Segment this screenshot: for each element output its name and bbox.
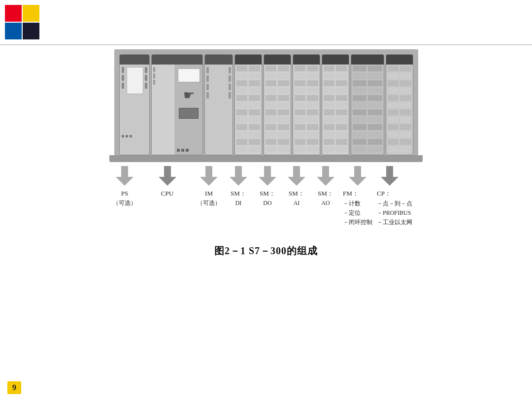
- sm-ao-arrow-container: [312, 166, 339, 186]
- svg-rect-6: [235, 166, 242, 177]
- sm-do-stripes: [266, 66, 289, 152]
- sm-ai-label: SM： AI: [283, 189, 310, 207]
- ps-right-indicators: [145, 67, 147, 89]
- svg-rect-8: [264, 166, 271, 177]
- svg-rect-14: [354, 166, 361, 177]
- ps-white-box: [127, 67, 143, 94]
- fm-arrow: [349, 166, 366, 186]
- arrows-row: [109, 166, 423, 186]
- cpu-arrow: [159, 166, 176, 186]
- divider-line: [0, 44, 532, 45]
- fm-label: FM： －计数 －定位 －闭环控制: [341, 189, 374, 227]
- logo-squares: [5, 5, 39, 39]
- svg-marker-11: [288, 177, 305, 186]
- cpu-label: CPU: [141, 189, 193, 199]
- im-label-sub: （可选）: [195, 199, 223, 207]
- sm-di-label-sub: DI: [225, 199, 252, 207]
- im-module: [204, 54, 233, 155]
- sm-di-label-main: SM：: [225, 189, 252, 199]
- cp-arrow-container: [376, 166, 403, 186]
- fm-label-main: FM：: [343, 189, 374, 199]
- sm-ai-label-sub: AI: [283, 199, 310, 207]
- sm-do-arrow-container: [254, 166, 281, 186]
- figure-caption: 图2－1 S7－300的组成: [214, 244, 318, 258]
- ps-module: [119, 54, 150, 155]
- fm-arrow-container: [341, 166, 374, 186]
- cpu-top-bar: [152, 55, 202, 65]
- ps-arrow: [116, 166, 133, 186]
- labels-row: PS （可选） CPU IM （可选） SM： DI SM： DO: [109, 189, 423, 227]
- svg-marker-13: [317, 177, 334, 186]
- sm-di-arrow-container: [225, 166, 252, 186]
- cpu-left-panel: [152, 65, 175, 155]
- svg-marker-3: [159, 177, 176, 186]
- sm-ai-stripes: [295, 66, 318, 152]
- fm-label-sub1: －计数: [343, 199, 374, 208]
- ps-label-main: PS: [109, 189, 140, 199]
- fm-label-sub3: －闭环控制: [343, 218, 374, 227]
- svg-marker-15: [349, 177, 366, 186]
- sm-ai-label-main: SM：: [283, 189, 310, 199]
- fm-label-sub2: －定位: [343, 208, 374, 218]
- cpu-bottom-indicators: [177, 149, 189, 152]
- logo-red: [5, 5, 22, 22]
- cp-top: [386, 55, 413, 65]
- cpu-right-panel: ☛: [175, 65, 202, 155]
- ps-arrow-container: [109, 166, 140, 186]
- cpu-module: ☛: [151, 54, 203, 155]
- im-label: IM （可选）: [195, 189, 223, 207]
- cpu-hand-icon: ☛: [179, 85, 199, 105]
- sm-do-label: SM： DO: [254, 189, 281, 207]
- sm-do-arrow: [259, 166, 276, 186]
- sm-ao-label-sub: AO: [312, 199, 339, 207]
- cp-label-sub3: －工业以太网: [377, 218, 403, 227]
- im-label-main: IM: [195, 189, 223, 199]
- sm-ao-stripes: [324, 66, 347, 152]
- ps-top-bar: [120, 55, 149, 65]
- ps-label: PS （可选）: [109, 189, 140, 207]
- sm-ai-top: [293, 55, 320, 65]
- svg-marker-9: [259, 177, 276, 186]
- im-arrow-container: [195, 166, 223, 186]
- sm-di-arrow: [230, 166, 247, 186]
- cpu-label-main: CPU: [141, 189, 193, 199]
- svg-rect-12: [322, 166, 329, 177]
- svg-marker-1: [116, 177, 133, 186]
- page-number: 9: [7, 381, 21, 394]
- sm-ao-label-main: SM：: [312, 189, 339, 199]
- svg-rect-4: [205, 166, 212, 177]
- logo: [5, 5, 44, 44]
- cp-label-sub2: －PROFIBUS: [377, 208, 403, 218]
- cpu-card-slot: [179, 108, 199, 119]
- svg-rect-10: [293, 166, 300, 177]
- plc-diagram: ☛: [25, 49, 507, 258]
- sm-ao-arrow: [317, 166, 334, 186]
- im-top-bar: [205, 55, 233, 65]
- svg-marker-5: [200, 177, 218, 186]
- cp-module: [386, 54, 413, 155]
- ps-label-sub: （可选）: [109, 199, 140, 207]
- sm-do-label-sub: DO: [254, 199, 281, 207]
- sm-ao-label: SM： AO: [312, 189, 339, 207]
- ps-bottom-dots: [122, 135, 132, 137]
- svg-rect-2: [164, 166, 171, 177]
- sm-do-label-main: SM：: [254, 189, 281, 199]
- sm-ao-module: [322, 54, 349, 155]
- im-arrow: [200, 166, 218, 186]
- cpu-arrow-container: [141, 166, 193, 186]
- cpu-left-dots: [153, 67, 155, 85]
- logo-dark: [23, 23, 39, 39]
- sm-do-module: [264, 54, 291, 155]
- svg-rect-0: [121, 166, 128, 177]
- sm-di-module: [234, 54, 262, 155]
- im-left-dots: [206, 67, 209, 99]
- svg-marker-17: [381, 177, 399, 186]
- fm-module: [351, 54, 384, 155]
- logo-yellow: [23, 5, 39, 22]
- cp-stripes: [388, 66, 411, 152]
- cp-label-main: CP：: [377, 189, 403, 199]
- cpu-display: [178, 68, 200, 82]
- im-right-dots: [229, 67, 231, 99]
- svg-rect-16: [386, 166, 393, 177]
- main-content: ☛: [25, 49, 507, 369]
